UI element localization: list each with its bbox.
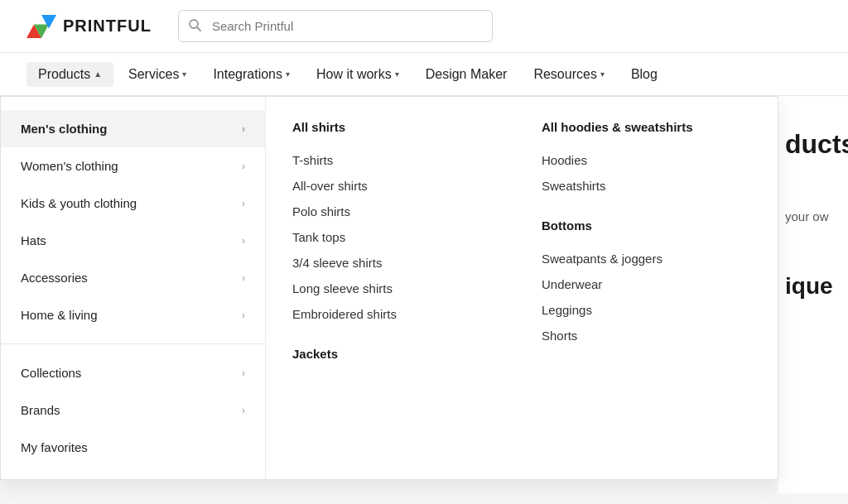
chevron-resources-icon: ▾ [600, 70, 605, 79]
nav-item-integrations[interactable]: Integrations ▾ [201, 62, 301, 87]
nav-label-resources: Resources [533, 67, 596, 82]
nav-item-how-it-works[interactable]: How it works ▾ [305, 62, 411, 87]
search-bar [178, 10, 493, 42]
nav-item-blog[interactable]: Blog [619, 62, 669, 87]
nav-item-design-maker[interactable]: Design Maker [414, 62, 519, 87]
header: PRINTFUL [0, 0, 848, 53]
chevron-integrations-icon: ▾ [286, 70, 290, 79]
nav-item-products[interactable]: Products ▲ [26, 62, 113, 87]
nav-label-blog: Blog [631, 67, 658, 82]
search-input[interactable] [178, 10, 493, 42]
nav-label-products: Products [38, 67, 90, 82]
nav-label-services: Services [128, 67, 179, 82]
nav-label-design-maker: Design Maker [426, 67, 508, 82]
chevron-how-it-works-icon: ▾ [395, 70, 399, 79]
logo[interactable]: PRINTFUL [26, 15, 152, 38]
chevron-products-icon: ▲ [94, 70, 102, 79]
nav-item-resources[interactable]: Resources ▾ [522, 62, 615, 87]
logo-icon [26, 15, 56, 38]
nav-label-integrations: Integrations [213, 67, 282, 82]
main-nav: Products ▲ Services ▾ Integrations ▾ How… [0, 53, 848, 96]
chevron-services-icon: ▾ [182, 70, 186, 79]
logo-text: PRINTFUL [63, 17, 152, 36]
nav-label-how-it-works: How it works [316, 67, 392, 82]
nav-item-services[interactable]: Services ▾ [117, 62, 198, 87]
